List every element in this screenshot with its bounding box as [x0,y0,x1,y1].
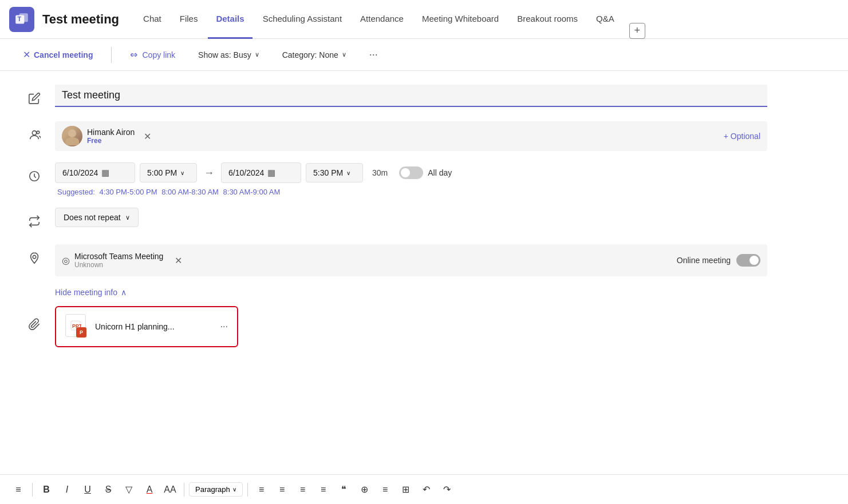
tab-whiteboard[interactable]: Meeting Whiteboard [414,0,507,39]
italic-button[interactable]: I [58,481,76,499]
calendar-icon: ▦ [101,168,109,178]
strikethrough-icon: S [105,485,112,495]
cancel-meeting-label: Cancel meeting [34,50,93,59]
avatar [62,126,82,146]
toolbar-divider [111,47,112,63]
meeting-title: Test meeting [42,12,119,27]
align-center-icon: ≡ [279,485,285,495]
location-field[interactable]: ◎ Microsoft Teams Meeting Unknown ✕ Onli… [55,244,767,276]
all-day-label: All day [428,168,452,177]
more-options-button[interactable]: ··· [365,46,382,63]
location-text: Microsoft Teams Meeting Unknown [74,252,163,269]
attachment-card[interactable]: PPT P Unicorn H1 planning... ··· [55,306,238,347]
svg-point-4 [37,131,40,134]
tab-scheduling[interactable]: Scheduling Assistant [255,0,350,39]
suggested-times: Suggested: 4:30 PM-5:00 PM 8:00 AM-8:30 … [55,188,767,196]
location-name: Microsoft Teams Meeting [74,252,163,261]
category-label: Category: None [282,50,338,59]
suggested-time-1[interactable]: 4:30 PM-5:00 PM [99,188,157,196]
tab-details[interactable]: Details [208,0,252,39]
suggested-label: Suggested: [57,188,95,196]
add-tab-button[interactable]: + [629,23,645,39]
table-button[interactable]: ⊞ [397,481,415,499]
show-as-chevron-icon: ∨ [255,51,259,58]
attendee-status: Free [87,137,135,145]
bullet-list-button[interactable]: ≡ [294,481,312,499]
tab-chat[interactable]: Chat [135,0,169,39]
remove-attendee-button[interactable]: ✕ [144,131,151,142]
toolbar-divider-2 [184,483,184,497]
toolbar-divider-3 [247,483,248,497]
undo-icon: ↶ [423,484,430,495]
optional-button[interactable]: + Optional [724,132,760,141]
justify-button[interactable]: ≡ [376,481,395,499]
tab-qa[interactable]: Q&A [588,0,622,39]
highlight-button[interactable]: ▽ [120,481,138,499]
ppt-badge: P [76,327,86,338]
suggested-time-3[interactable]: 8:30 AM-9:00 AM [223,188,281,196]
bottom-toolbar: ≡ B I U S ▽ A AA Paragraph ∨ ≡ ≡ ≡ ≡ ❝ ⊕… [0,474,848,504]
numbered-list-icon: ≡ [321,485,326,495]
nav-tabs: Chat Files Details Scheduling Assistant … [135,0,645,39]
repeat-dropdown[interactable]: Does not repeat ∨ [55,208,139,227]
show-as-dropdown[interactable]: Show as: Busy ∨ [194,48,264,62]
font-color-icon: A [147,485,153,495]
undo-button[interactable]: ↶ [417,481,436,499]
attachment-filename: Unicorn H1 planning... [95,322,175,331]
all-day-switch[interactable] [399,166,423,179]
cancel-meeting-button[interactable]: ✕ Cancel meeting [18,47,97,62]
font-size-button[interactable]: AA [161,481,179,499]
paragraph-label: Paragraph [195,485,230,494]
toolbar: ✕ Cancel meeting ⇔ Copy link Show as: Bu… [0,39,848,71]
align-left-button[interactable]: ≡ [253,481,271,499]
location-row: ◎ Microsoft Teams Meeting Unknown ✕ Onli… [23,244,767,276]
attachment-more-button[interactable]: ··· [220,322,228,332]
list-icon-button[interactable]: ≡ [9,481,27,499]
quote-button[interactable]: ❝ [335,481,353,499]
font-color-button[interactable]: A [140,481,159,499]
bold-button[interactable]: B [37,481,56,499]
redo-button[interactable]: ↷ [438,481,456,499]
strikethrough-button[interactable]: S [99,481,117,499]
category-chevron-icon: ∨ [342,51,346,58]
tab-files[interactable]: Files [172,0,206,39]
bold-icon: B [43,485,50,495]
category-dropdown[interactable]: Category: None ∨ [278,48,351,62]
hide-info-label: Hide meeting info [55,288,117,297]
tab-attendance[interactable]: Attendance [352,0,412,39]
paragraph-style-dropdown[interactable]: Paragraph ∨ [189,482,243,497]
link-button[interactable]: ⊕ [356,481,374,499]
meeting-title-input[interactable] [62,89,760,101]
suggested-time-2[interactable]: 8:00 AM-8:30 AM [161,188,219,196]
copy-link-button[interactable]: ⇔ Copy link [125,47,180,62]
italic-icon: I [66,485,68,495]
underline-button[interactable]: U [78,481,97,499]
location-icon [23,247,46,269]
attendees-field[interactable]: Himank Airon Free ✕ + Optional [55,121,767,151]
online-meeting-label: Online meeting [677,256,731,265]
hide-meeting-info-button[interactable]: Hide meeting info ∧ [23,288,767,297]
start-date-picker[interactable]: 6/10/2024 ▦ [55,162,135,183]
remove-location-button[interactable]: ✕ [175,255,182,266]
online-meeting-switch[interactable] [736,254,760,267]
main-content: Himank Airon Free ✕ + Optional 6/10/2024… [0,71,790,370]
all-day-toggle[interactable]: All day [399,166,452,179]
link-icon: ⇔ [130,49,137,60]
numbered-list-button[interactable]: ≡ [314,481,333,499]
end-time-chevron-icon: ∨ [346,170,350,176]
align-center-button[interactable]: ≡ [273,481,291,499]
datetime-section: 6/10/2024 ▦ 5:00 PM ∨ → 6/10/2024 ▦ 5:30… [55,162,767,196]
tab-breakout[interactable]: Breakout rooms [509,0,586,39]
title-input-wrap [55,85,767,107]
pencil-icon [23,87,46,110]
justify-icon: ≡ [382,485,388,495]
list-icon: ≡ [15,485,21,495]
start-time-picker[interactable]: 5:00 PM ∨ [140,163,197,182]
end-date-picker[interactable]: 6/10/2024 ▦ [221,162,301,183]
teams-logo-icon: T [14,12,29,27]
start-date-value: 6/10/2024 [62,168,98,177]
copy-link-label: Copy link [142,50,175,59]
end-time-picker[interactable]: 5:30 PM ∨ [306,163,363,182]
online-meeting-toggle[interactable]: Online meeting [677,254,760,267]
location-sub: Unknown [74,261,163,269]
